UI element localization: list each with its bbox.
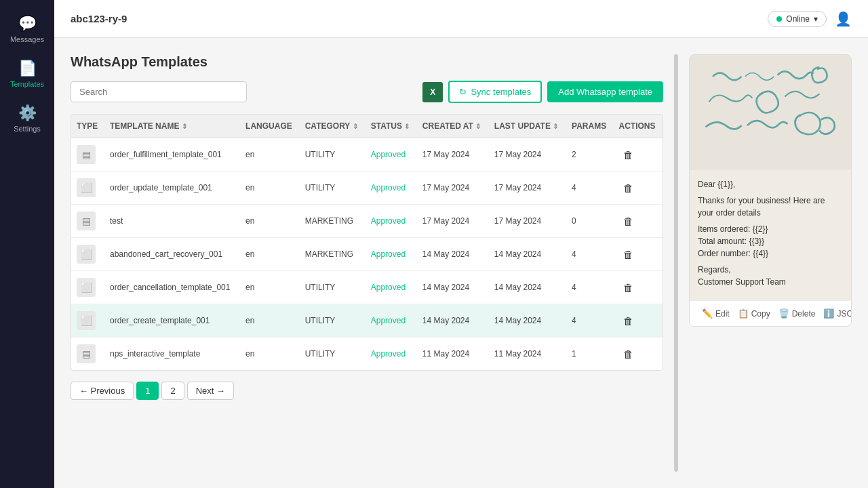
cell-name: order_fulfillment_template_001 — [104, 138, 240, 171]
cell-actions: 🗑 — [614, 205, 663, 238]
delete-row-button[interactable]: 🗑 — [619, 347, 637, 361]
cell-category: UTILITY — [300, 171, 366, 205]
cell-status: Approved — [366, 138, 417, 171]
cell-type: ⬜ — [71, 271, 104, 304]
toolbar: X ↻ Sync templates Add Whatsapp template — [71, 81, 663, 103]
sync-icon: ↻ — [459, 87, 467, 97]
cell-actions: 🗑 — [614, 238, 663, 271]
cell-actions: 🗑 — [614, 338, 663, 371]
next-button[interactable]: Next → — [187, 382, 234, 400]
preview-image — [690, 55, 851, 170]
table-row[interactable]: ⬜ order_create_template_001 en UTILITY A… — [71, 304, 663, 338]
cell-language: en — [240, 338, 300, 371]
table-row[interactable]: ▤ nps_interactive_template en UTILITY Ap… — [71, 338, 663, 371]
main-area: abc123-ry-9 Online ▾ 👤 WhatsApp Template… — [54, 0, 868, 488]
templates-table: TYPE TEMPLATE NAME ⇕ LANGUAGE CATEGORY ⇕… — [71, 114, 663, 371]
preview-delete-button[interactable]: 🗑️ Delete — [774, 306, 820, 321]
preview-copy-button[interactable]: 📋 Copy — [734, 306, 774, 321]
cell-status: Approved — [366, 304, 417, 338]
cell-updated: 14 May 2024 — [489, 238, 566, 271]
table-row[interactable]: ▤ test en MARKETING Approved 17 May 2024… — [71, 205, 663, 238]
cell-updated: 11 May 2024 — [489, 338, 566, 371]
status-label: Online — [786, 14, 810, 24]
settings-icon: ⚙️ — [18, 104, 37, 122]
sidebar-item-label: Templates — [10, 80, 44, 88]
cell-params: 1 — [566, 338, 613, 371]
sidebar-item-label: Messages — [10, 35, 44, 43]
cell-name: test — [104, 205, 240, 238]
cell-created: 14 May 2024 — [417, 271, 489, 304]
cell-updated: 17 May 2024 — [489, 205, 566, 238]
cell-params: 4 — [566, 304, 613, 338]
cell-name: order_update_template_001 — [104, 171, 240, 205]
add-template-button[interactable]: Add Whatsapp template — [547, 81, 663, 102]
page-1-button[interactable]: 1 — [136, 382, 159, 400]
cell-actions: 🗑 — [614, 171, 663, 205]
cell-updated: 14 May 2024 — [489, 304, 566, 338]
page-2-button[interactable]: 2 — [161, 382, 184, 400]
col-status[interactable]: STATUS ⇕ — [366, 115, 417, 138]
delete-row-button[interactable]: 🗑 — [619, 181, 637, 195]
page-title: WhatsApp Templates — [71, 54, 663, 70]
col-created[interactable]: CREATED AT ⇕ — [417, 115, 489, 138]
templates-icon: 📄 — [18, 60, 37, 77]
type-icon: ▤ — [77, 344, 96, 363]
messages-icon: 💬 — [18, 15, 37, 33]
cell-actions: 🗑 — [614, 271, 663, 304]
table-row[interactable]: ⬜ abandoned_cart_recovery_001 en MARKETI… — [71, 238, 663, 271]
table-row[interactable]: ⬜ order_update_template_001 en UTILITY A… — [71, 171, 663, 205]
col-params: PARAMS — [566, 115, 613, 138]
cell-params: 2 — [566, 138, 613, 171]
cell-created: 17 May 2024 — [417, 171, 489, 205]
delete-row-button[interactable]: 🗑 — [619, 314, 637, 328]
col-updated[interactable]: LAST UPDATE ⇕ — [489, 115, 566, 138]
delete-row-button[interactable]: 🗑 — [619, 281, 637, 295]
table-row[interactable]: ▤ order_fulfillment_template_001 en UTIL… — [71, 138, 663, 171]
preview-body: Dear {{1}}, Thanks for your business! He… — [690, 170, 851, 300]
status-badge[interactable]: Online ▾ — [768, 11, 827, 27]
cell-params: 4 — [566, 271, 613, 304]
panel-divider[interactable] — [674, 54, 678, 472]
search-input[interactable] — [71, 81, 247, 102]
delete-row-button[interactable]: 🗑 — [619, 148, 637, 162]
excel-icon[interactable]: X — [422, 82, 443, 102]
header: abc123-ry-9 Online ▾ 👤 — [54, 0, 868, 38]
cell-updated: 17 May 2024 — [489, 138, 566, 171]
preview-line-4: Regards,Customer Support Team — [698, 264, 843, 288]
online-dot — [776, 16, 782, 22]
cell-status: Approved — [366, 171, 417, 205]
cell-params: 4 — [566, 171, 613, 205]
pagination: ← Previous 1 2 Next → — [71, 382, 663, 400]
delete-row-button[interactable]: 🗑 — [619, 214, 637, 228]
cell-status: Approved — [366, 271, 417, 304]
preview-edit-button[interactable]: ✏️ Edit — [698, 306, 734, 321]
sync-button[interactable]: ↻ Sync templates — [448, 81, 542, 103]
type-icon: ▤ — [77, 145, 96, 164]
cell-name: nps_interactive_template — [104, 338, 240, 371]
cell-name: abandoned_cart_recovery_001 — [104, 238, 240, 271]
cell-category: UTILITY — [300, 338, 366, 371]
table-row[interactable]: ⬜ order_cancellation_template_001 en UTI… — [71, 271, 663, 304]
type-icon: ⬜ — [77, 245, 96, 264]
cell-type: ▤ — [71, 205, 104, 238]
sidebar-item-settings[interactable]: ⚙️ Settings — [0, 96, 54, 141]
cell-category: MARKETING — [300, 205, 366, 238]
cell-type: ▤ — [71, 338, 104, 371]
type-icon: ⬜ — [77, 178, 96, 197]
sidebar-item-templates[interactable]: 📄 Templates — [0, 52, 54, 96]
col-name[interactable]: TEMPLATE NAME ⇕ — [104, 115, 240, 138]
delete-row-button[interactable]: 🗑 — [619, 247, 637, 262]
sidebar-item-messages[interactable]: 💬 Messages — [0, 7, 54, 52]
cell-category: UTILITY — [300, 304, 366, 338]
preview-line-3: Items ordered: {{2}}Total amount: {{3}}O… — [698, 223, 843, 260]
previous-button[interactable]: ← Previous — [71, 382, 134, 400]
type-icon: ▤ — [77, 211, 96, 230]
preview-json-button[interactable]: ℹ️ JSON — [819, 306, 852, 321]
cell-language: en — [240, 238, 300, 271]
left-panel: WhatsApp Templates X ↻ Sync templates Ad… — [71, 54, 663, 472]
cell-created: 17 May 2024 — [417, 205, 489, 238]
json-icon: ℹ️ — [823, 308, 834, 319]
user-icon[interactable]: 👤 — [835, 11, 852, 27]
type-icon: ⬜ — [77, 311, 96, 330]
col-category[interactable]: CATEGORY ⇕ — [300, 115, 366, 138]
